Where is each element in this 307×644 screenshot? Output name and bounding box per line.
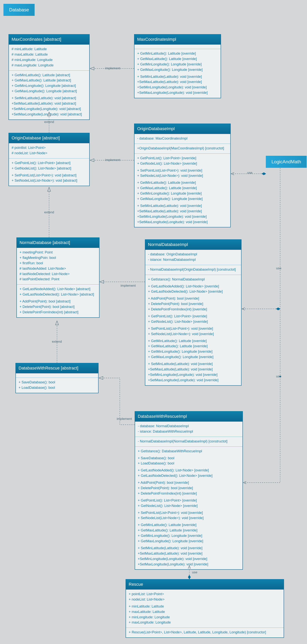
member-row: + GetNodeList(): List<Node> [override] (148, 319, 238, 324)
class-methods: + GetPointList(): List<Point> [override]… (134, 154, 230, 227)
member-row: +SetMinLongitude(Longitude): void [overr… (138, 556, 240, 562)
class-title: OriginDatabaseImpl (134, 124, 230, 134)
class-methods: + GetLastNodeAdded(): List<Node> [abstra… (17, 284, 99, 317)
package-logicandmath: LogicAndMath (266, 156, 306, 168)
member-row: + SetNodeList(List<Node>): void [overrid… (137, 173, 228, 178)
member-row: + GetMinLatitude(): Latitude [override] (138, 522, 240, 528)
class-title: DatabaseWithRescue [abstract] (16, 363, 98, 373)
member-row: + flagMeetingPoin: bool (20, 255, 96, 260)
class-normaldatabaseimpl: NormalDatabaseImpl - database: OriginDat… (145, 240, 241, 386)
class-fields: + meetingPoint: Point+ flagMeetingPoin: … (17, 248, 99, 284)
member-row: +SetMaxLongitude(Longitude): void [overr… (137, 90, 218, 96)
member-row: - istance: DatabaseWithRescueImpl (138, 429, 240, 434)
member-row: +OriginDatabaseImpl(MaxCoordinatesImpl) … (137, 146, 228, 151)
member-row: + minLongitude: Longitude (129, 615, 281, 620)
member-row: + DeletePoint(Point): bool [abstract] (20, 304, 96, 310)
member-row: # lastPointDelected: Point (20, 277, 96, 282)
class-ctor: - NormalDatabaseImpl(NormalDatabaseImpl)… (135, 437, 242, 447)
member-row: +SetMaxLongitude(Longitude): void [overr… (138, 562, 240, 567)
class-empty (16, 373, 98, 378)
member-row: # minLongitude: Longitude (12, 57, 87, 63)
member-row: +SetMaxLatitude(Latitude): void [abstrac… (12, 101, 87, 106)
member-row: +SetMaxLatitude(Latitude): void [overrid… (148, 367, 238, 372)
member-row: + meetingPoint: Point (20, 250, 96, 255)
class-ctor: +OriginDatabaseImpl(MaxCoordinatesImpl) … (134, 144, 230, 154)
member-row: + GetMaxLongitude(): Longitude [abstract… (12, 88, 87, 94)
member-row: +SetMinLongitude(Longitude): void [overr… (137, 214, 228, 220)
member-row: + maxLongitude: Longitude (129, 620, 281, 625)
member-row: + SetPointList(List<Point>): void [overr… (137, 168, 228, 173)
member-row: + LoadDatabase(): bool (19, 385, 95, 390)
member-row: + GetMinLatitude(): Latitude [override] (137, 180, 228, 186)
member-row: # lastNodeDelected: List<Node> (20, 272, 96, 277)
member-row: + Rescue(List<Point>, List<Node>, Latitu… (129, 630, 281, 635)
member-row: + GetNodeList(): List<Node> [abstract] (12, 166, 87, 171)
class-origindatabaseimpl: OriginDatabaseImpl - database: MaxCoordi… (134, 124, 231, 228)
class-rescue: Rescue + pointList: List<Point>+ nodeLis… (126, 579, 284, 638)
member-row: + DeletePointFromIndex(int) [override] (138, 491, 240, 496)
class-title: NormalDatabase [abstract] (17, 238, 99, 248)
class-methods: + GetMinLatitude(): Latitude [override]+… (134, 49, 221, 98)
member-row: + SetNodeList(List<Node>): void [overrid… (138, 516, 240, 521)
member-row: # pointlist: List<Point> (12, 145, 87, 150)
member-row: + GetMaxLongitude(): Longitude [override… (148, 354, 238, 360)
edge-label-extend: extend (44, 210, 55, 214)
class-ctor: + Rescue(List<Point>, List<Node>, Latitu… (126, 628, 284, 638)
member-row: + maxLatitude: Latitude (129, 609, 281, 615)
package-database: Database (4, 4, 35, 16)
class-databasewithrescueimpl: DatabaseWithRescueImpl - database: Norma… (135, 411, 243, 570)
member-row: + SetMinLatitude(Latitude): void [overri… (137, 74, 218, 80)
member-row: + DeletePoint(Point): bool [override] (148, 301, 238, 307)
class-maxcoordinates: MaxCoordinates [abstract] # minLatitude:… (9, 34, 90, 120)
member-row: + SaveDatabase(): bool (138, 456, 240, 461)
member-row: + SetPointList(List<Point>): void [overr… (148, 326, 238, 332)
member-row: + GetMinLatitude(): Latitude [override] (148, 338, 238, 344)
member-row: # minLatitude: Latitude (12, 46, 87, 52)
member-row: + GetLastNodeAdded(): List<Node> [abstra… (20, 286, 96, 292)
member-row: # nodeList: List<Node> (12, 150, 87, 156)
class-fields: - database: NormalDatabaseImpl- istance:… (135, 422, 242, 437)
class-title: Rescue (126, 580, 284, 590)
edge-label-use: use (275, 266, 282, 270)
member-row: + nodeList: List<Node> (129, 597, 281, 602)
member-row: + AddPoint(Point): bool [override] (138, 480, 240, 486)
edge-label-use: use (275, 374, 282, 378)
member-row: - database: MaxCoordinatesImpl (137, 136, 228, 141)
member-row: + SetNodeList(List<Node>): void [abstrac… (12, 178, 87, 184)
member-row: + GetLastNodeDelected(): List<Node> [ove… (148, 289, 238, 294)
member-row: + GetMaxLongitude(): Longitude [override… (137, 67, 218, 72)
member-row: + GetMinLongitude(): Longitude [override… (148, 349, 238, 354)
member-row: +SetMaxLongitude(Longitude): void [overr… (137, 220, 228, 225)
member-row: +SetMaxLongitude(Longitude): void [abstr… (12, 112, 87, 117)
member-row: # maxLatitude: Latitude (12, 52, 87, 57)
member-row: + SetMinLatitude(Latitude): void [overri… (137, 203, 228, 209)
member-row: + GetMaxLatitude(): Latitude [override] (148, 344, 238, 349)
member-row: +SetMaxLatitude(Latitude): void [overrid… (138, 551, 240, 556)
member-row: + SetMinLatitude(Latitude): void [overri… (138, 546, 240, 551)
edge-label-implement: implement (120, 284, 136, 288)
member-row: + DeletePoint(Point): bool [override] (138, 486, 240, 491)
member-row: # lastNodeAdded: List<Node> (20, 266, 96, 272)
member-row: + SetPointList(List<Point>): void [abstr… (12, 173, 87, 178)
class-maxcoordinatesimpl: MaxCoordinatesImpl + GetMinLatitude(): L… (134, 34, 221, 98)
member-row: + GetMaxLatitude(): Latitude [override] (138, 528, 240, 533)
member-row: + firstRun: bool (20, 260, 96, 266)
class-methods: + SaveDatabase(): bool+ LoadDatabase(): … (16, 378, 98, 393)
class-normaldatabase: NormalDatabase [abstract] + meetingPoint… (17, 238, 100, 318)
member-row: + GetIstance(): NormalDatabaseImpl (148, 277, 238, 282)
member-row: + AddPoint(Point): bool [abstract] (20, 299, 96, 304)
edge-label-implement: implement (104, 66, 121, 70)
member-row: + GetNodeList(): List<Node> [override] (138, 503, 240, 509)
member-row: + GetLastNodeAdded(): List<Node> [overri… (148, 284, 238, 289)
class-fields: # minLatitude: Latitude# maxLatitude: La… (9, 44, 89, 71)
member-row: +SetMaxLatitude(Latitude): void [overrid… (137, 79, 218, 85)
edge-label-use: use (246, 171, 253, 175)
member-row: + GetMaxLongitude(): Longitude [override… (137, 196, 228, 202)
edge-label-implement: implement (116, 417, 133, 421)
member-row: + GetPointList(): List<Point> [override] (137, 156, 228, 161)
class-fields: + pointList: List<Point>+ nodeList: List… (126, 590, 284, 628)
class-ctor: - NormalDatabaseImpl(OriginDatabaseImpl)… (145, 265, 241, 275)
class-fields: - database: MaxCoordinatesImpl (134, 134, 230, 144)
member-row: + SetMinLatitude(Latitude): void [abstra… (12, 96, 87, 101)
member-row: - database: NormalDatabaseImpl (138, 424, 240, 429)
